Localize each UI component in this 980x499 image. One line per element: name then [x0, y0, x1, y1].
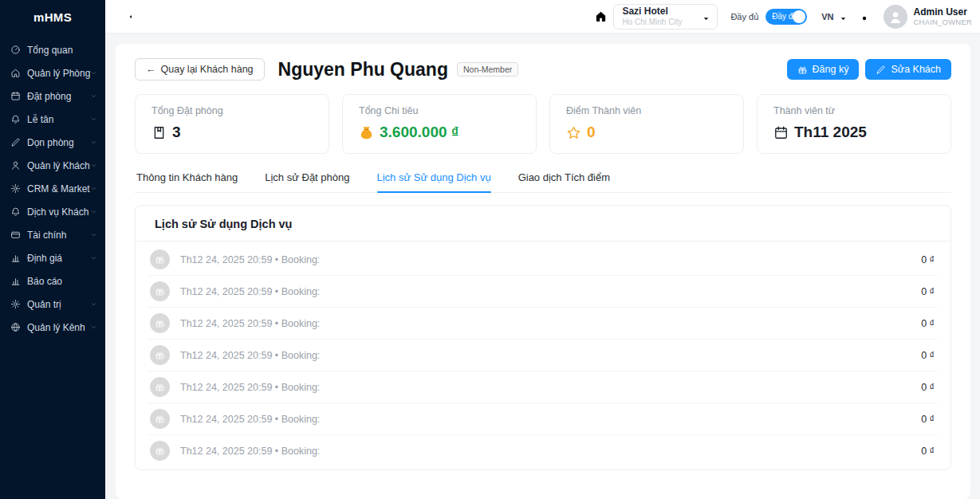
stat-label: Điểm Thành viên: [566, 105, 727, 116]
sidebar-item[interactable]: Định giá: [0, 246, 105, 269]
entry-avatar: [150, 345, 170, 365]
stat-card: Tổng Chi tiêu3.600.000 ₫: [342, 94, 537, 154]
sidebar-item[interactable]: Tài chính: [0, 223, 105, 246]
gift-icon: [155, 350, 165, 360]
edit-icon: [876, 65, 886, 75]
chevron-down-icon: [90, 231, 97, 238]
stat-value: Th11 2025: [794, 124, 867, 141]
stat-cards: Tổng Đặt phòng3Tổng Chi tiêu3.600.000 ₫Đ…: [135, 94, 951, 154]
edit-customer-button[interactable]: Sửa Khách: [865, 59, 951, 80]
chevron-down-icon: [90, 185, 97, 192]
service-history-row: Th12 24, 2025 20:59 • Booking:0 ₫: [148, 244, 938, 276]
back-button-label: Quay lại Khách hàng: [161, 64, 254, 75]
gear-icon: [10, 299, 21, 309]
hotel-name: Sazi Hotel: [622, 6, 702, 18]
entry-amount: 0 ₫: [921, 286, 936, 297]
user-role: CHAIN_OWNER: [914, 18, 972, 26]
sidebar-item[interactable]: CRM & Marketi...: [0, 177, 105, 200]
service-history-row: Th12 24, 2025 20:59 • Booking:0 ₫: [148, 371, 938, 403]
entry-amount: 0 ₫: [921, 382, 936, 393]
sidebar-nav: Tổng quanQuản lý PhòngĐặt phòngLễ tânDọn…: [0, 36, 105, 339]
sidebar-item[interactable]: Đặt phòng: [0, 84, 105, 108]
entry-avatar: [150, 313, 170, 333]
sidebar-item[interactable]: Quản trị: [0, 293, 105, 316]
page-title: Nguyen Phu Quang: [278, 59, 448, 81]
entry-amount: 0 ₫: [921, 318, 936, 329]
chevron-down-icon: [90, 116, 97, 123]
sidebar-item[interactable]: Quản lý Phòng: [0, 61, 105, 84]
entry-amount: 0 ₫: [921, 446, 936, 457]
home-icon[interactable]: [594, 10, 608, 23]
chevron-down-icon: [90, 92, 97, 100]
sidebar-item[interactable]: Lễ tân: [0, 108, 105, 131]
entry-text: Th12 24, 2025 20:59 • Booking:: [180, 350, 320, 361]
sidebar-item[interactable]: Quản lý Khách ...: [0, 154, 105, 177]
tab[interactable]: Thông tin Khách hàng: [136, 171, 238, 192]
stat-label: Tổng Chi tiêu: [359, 105, 520, 116]
stat-value: 0: [587, 124, 596, 141]
page-header: ← Quay lại Khách hàng Nguyen Phu Quang N…: [135, 58, 951, 81]
stat-card: Điểm Thành viên0: [549, 94, 744, 154]
panel-title: Lịch sử Sử dụng Dịch vụ: [136, 206, 950, 242]
sidebar-item[interactable]: Báo cáo: [0, 269, 105, 293]
star-icon: [566, 125, 581, 140]
chart-icon: [10, 253, 21, 263]
key-icon[interactable]: [860, 10, 872, 22]
entry-avatar: [150, 441, 170, 461]
sidebar-item[interactable]: Dọn phòng: [0, 131, 105, 154]
main-content: ← Quay lại Khách hàng Nguyen Phu Quang N…: [105, 33, 980, 499]
service-history-row: Th12 24, 2025 20:59 • Booking:0 ₫: [148, 435, 938, 466]
sidebar-item[interactable]: Tổng quan: [0, 38, 105, 61]
stat-value: 3.600.000 ₫: [380, 124, 459, 141]
gift-icon: [155, 414, 165, 424]
membership-badge: Non-Member: [457, 62, 518, 77]
user-icon: [10, 160, 21, 171]
hotel-selector[interactable]: Sazi Hotel Ho Chi Minh City: [613, 4, 718, 29]
entry-amount: 0 ₫: [921, 414, 936, 425]
gift-icon: [155, 318, 165, 328]
tab[interactable]: Giao dịch Tích điểm: [518, 171, 610, 192]
calendar-icon: [773, 125, 789, 140]
bell-icon: [10, 114, 21, 124]
entry-text: Th12 24, 2025 20:59 • Booking:: [180, 254, 320, 265]
gear-icon: [10, 183, 21, 194]
service-history-row: Th12 24, 2025 20:59 • Booking:0 ₫: [148, 340, 938, 371]
entry-text: Th12 24, 2025 20:59 • Booking:: [180, 318, 320, 329]
bell-icon: [10, 206, 21, 217]
customer-detail-card: ← Quay lại Khách hàng Nguyen Phu Quang N…: [116, 44, 970, 499]
tab[interactable]: Lịch sử Đặt phòng: [265, 171, 349, 192]
entry-avatar: [150, 409, 170, 429]
sidebar: mHMS Tổng quanQuản lý PhòngĐặt phòngLễ t…: [0, 0, 105, 499]
sidebar-item[interactable]: Quản lý Kênh: [0, 316, 105, 339]
language-selector[interactable]: VN: [821, 12, 833, 22]
pencil-icon: [10, 137, 21, 147]
service-history-row: Th12 24, 2025 20:59 • Booking:0 ₫: [148, 403, 938, 435]
menu-fold-icon[interactable]: [128, 10, 140, 23]
back-button[interactable]: ← Quay lại Khách hàng: [135, 58, 265, 81]
globe-icon: [10, 322, 21, 332]
app-logo: mHMS: [0, 0, 105, 36]
register-button[interactable]: Đăng ký: [787, 59, 860, 80]
service-history-panel: Lịch sử Sử dụng Dịch vụ Th12 24, 2025 20…: [135, 205, 951, 470]
entry-avatar: [150, 377, 170, 397]
entry-text: Th12 24, 2025 20:59 • Booking:: [180, 414, 320, 425]
view-mode-toggle[interactable]: Đầy đủ: [766, 9, 807, 25]
service-history-row: Th12 24, 2025 20:59 • Booking:0 ₫: [148, 308, 938, 340]
calendar-icon: [10, 91, 21, 101]
avatar[interactable]: [884, 5, 907, 29]
stat-label: Tổng Đặt phòng: [152, 105, 313, 116]
stat-card: Thành viên từTh11 2025: [757, 94, 951, 154]
page-actions: Đăng ký Sửa Khách: [787, 59, 951, 80]
sidebar-item[interactable]: Dịch vụ Khách: [0, 200, 105, 223]
entry-text: Th12 24, 2025 20:59 • Booking:: [180, 446, 320, 457]
chevron-down-icon: [90, 208, 97, 215]
chevron-down-icon: [90, 301, 97, 308]
chevron-down-icon: [90, 139, 97, 146]
entry-amount: 0 ₫: [921, 350, 936, 361]
user-name: Admin User: [914, 6, 972, 18]
entry-text: Th12 24, 2025 20:59 • Booking:: [180, 286, 320, 297]
tab[interactable]: Lịch sử Sử dụng Dịch vụ: [377, 171, 491, 192]
chevron-down-icon[interactable]: [839, 12, 848, 21]
service-history-list: Th12 24, 2025 20:59 • Booking:0 ₫Th12 24…: [136, 242, 950, 470]
gift-icon: [797, 65, 808, 75]
